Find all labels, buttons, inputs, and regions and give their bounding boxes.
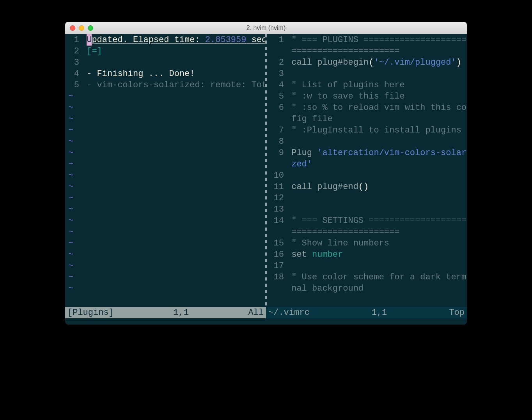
line-number bbox=[267, 159, 286, 170]
line-number: 4 bbox=[267, 79, 286, 91]
tilde-icon: ~ bbox=[65, 102, 73, 113]
code-line[interactable]: 15 " Show line numbers bbox=[267, 238, 467, 249]
empty-line-tilde: ~ bbox=[65, 283, 265, 294]
code-line[interactable]: nal background bbox=[267, 283, 467, 294]
code-line[interactable]: 3 bbox=[267, 68, 467, 79]
tilde-icon: ~ bbox=[65, 283, 73, 294]
code-line[interactable]: 11 call plug#end() bbox=[267, 181, 467, 192]
empty-line-tilde: ~ bbox=[65, 238, 265, 249]
empty-line-tilde: ~ bbox=[65, 125, 265, 136]
empty-line-tilde: ~ bbox=[65, 226, 265, 238]
right-pane-vimrc[interactable]: 1 " === PLUGINS ======================= … bbox=[267, 34, 467, 307]
code-line[interactable]: 18 " Use color scheme for a dark termi bbox=[267, 272, 467, 283]
line-number: 5 bbox=[267, 91, 286, 102]
code-line[interactable]: ===================== bbox=[267, 226, 467, 238]
code-text: " === PLUGINS ======================= bbox=[291, 34, 467, 46]
minimize-icon[interactable] bbox=[79, 25, 84, 31]
tilde-icon: ~ bbox=[65, 113, 73, 125]
line-number: 13 bbox=[267, 204, 286, 215]
code-text: pdated. Elapsed time: bbox=[92, 34, 205, 46]
code-line[interactable]: 2 call plug#begin('~/.vim/plugged') bbox=[267, 57, 467, 68]
line-number bbox=[267, 226, 286, 238]
line-number bbox=[267, 113, 286, 125]
empty-line-tilde: ~ bbox=[65, 192, 265, 204]
tilde-icon: ~ bbox=[65, 147, 73, 159]
code-line[interactable]: 16 set number bbox=[267, 249, 467, 260]
code-text: U bbox=[87, 34, 92, 46]
code-text: sec. bbox=[246, 34, 265, 46]
code-text: zed' bbox=[291, 159, 312, 170]
empty-line-tilde: ~ bbox=[65, 272, 265, 283]
line-number: 18 bbox=[267, 272, 286, 283]
code-text: call plug#end bbox=[291, 181, 358, 192]
statusline-active: [Plugins] 1,1 All bbox=[65, 307, 266, 318]
code-text: number bbox=[312, 249, 343, 260]
code-text: " :w to save this file bbox=[291, 91, 404, 102]
tilde-icon: ~ bbox=[65, 181, 73, 192]
code-line[interactable]: 4 " List of plugins here bbox=[267, 79, 467, 91]
empty-line-tilde: ~ bbox=[65, 249, 265, 260]
code-line[interactable]: 17 bbox=[267, 260, 467, 272]
code-text: " Show line numbers bbox=[291, 238, 389, 249]
line-number: 1 bbox=[65, 34, 82, 46]
line-number: 10 bbox=[267, 170, 286, 181]
code-line[interactable]: 9 Plug 'altercation/vim-colors-solari bbox=[267, 147, 467, 159]
code-line[interactable]: zed' bbox=[267, 159, 467, 170]
empty-line-tilde: ~ bbox=[65, 136, 265, 147]
tilde-icon: ~ bbox=[65, 215, 73, 226]
tilde-icon: ~ bbox=[65, 125, 73, 136]
zoom-icon[interactable] bbox=[88, 25, 93, 31]
line-number bbox=[267, 46, 286, 57]
code-line[interactable]: 1 Updated. Elapsed time: 2.853959 sec. bbox=[65, 34, 265, 46]
line-number: 9 bbox=[267, 147, 286, 159]
empty-line-tilde: ~ bbox=[65, 170, 265, 181]
titlebar[interactable]: 2. nvim (nvim) bbox=[65, 22, 467, 34]
line-number: 11 bbox=[267, 181, 286, 192]
code-text: 2.853959 bbox=[205, 34, 246, 46]
line-number: 4 bbox=[65, 68, 82, 79]
empty-line-tilde: ~ bbox=[65, 215, 265, 226]
code-line[interactable]: 7 " :PlugInstall to install plugins bbox=[267, 125, 467, 136]
statusline-inactive: ~/.vimrc 1,1 Top bbox=[266, 307, 467, 318]
code-text: " :so % to reload vim with this con bbox=[291, 102, 467, 113]
bottom-padding bbox=[65, 318, 467, 325]
close-icon[interactable] bbox=[70, 25, 75, 31]
code-text: ( bbox=[369, 57, 374, 68]
empty-line-tilde: ~ bbox=[65, 113, 265, 125]
line-number: 5 bbox=[65, 79, 82, 91]
code-text: " List of plugins here bbox=[291, 79, 404, 91]
code-text: () bbox=[358, 181, 369, 192]
code-line[interactable]: 8 bbox=[267, 136, 467, 147]
code-line[interactable]: 1 " === PLUGINS ======================= bbox=[267, 34, 467, 46]
buffer-name: [Plugins] bbox=[67, 307, 114, 318]
code-line[interactable]: fig file bbox=[267, 113, 467, 125]
code-line[interactable]: 13 bbox=[267, 204, 467, 215]
code-line[interactable]: 2 [=] bbox=[65, 46, 265, 57]
left-pane-plugins[interactable]: 1 Updated. Elapsed time: 2.853959 sec.2 … bbox=[65, 34, 265, 307]
code-line[interactable]: 6 " :so % to reload vim with this con bbox=[267, 102, 467, 113]
line-number: 7 bbox=[267, 125, 286, 136]
code-text: " Use color scheme for a dark termi bbox=[291, 272, 467, 283]
code-line[interactable]: 3 bbox=[65, 57, 265, 68]
code-line[interactable]: 4 - Finishing ... Done! bbox=[65, 68, 265, 79]
scroll-indicator: Top bbox=[449, 307, 465, 318]
traffic-lights bbox=[65, 25, 93, 31]
line-number: 1 bbox=[267, 34, 286, 46]
code-line[interactable]: 10 bbox=[267, 170, 467, 181]
code-line[interactable]: 12 bbox=[267, 192, 467, 204]
code-text: Plug bbox=[291, 147, 317, 159]
line-number: 16 bbox=[267, 249, 286, 260]
line-number: 15 bbox=[267, 238, 286, 249]
code-line[interactable]: ===================== bbox=[267, 46, 467, 57]
code-text: " :PlugInstall to install plugins bbox=[291, 125, 461, 136]
tilde-icon: ~ bbox=[65, 272, 73, 283]
code-text: - Finishing ... Done! bbox=[87, 68, 195, 79]
empty-line-tilde: ~ bbox=[65, 204, 265, 215]
tilde-icon: ~ bbox=[65, 136, 73, 147]
empty-line-tilde: ~ bbox=[65, 91, 265, 102]
code-line[interactable]: 5 " :w to save this file bbox=[267, 91, 467, 102]
code-line[interactable]: 5 - vim-colors-solarized: remote: Tota bbox=[65, 79, 265, 91]
code-line[interactable]: 14 " === SETTINGS ====================== bbox=[267, 215, 467, 226]
line-number: 2 bbox=[65, 46, 82, 57]
cursor-position: 1,1 bbox=[173, 307, 189, 318]
